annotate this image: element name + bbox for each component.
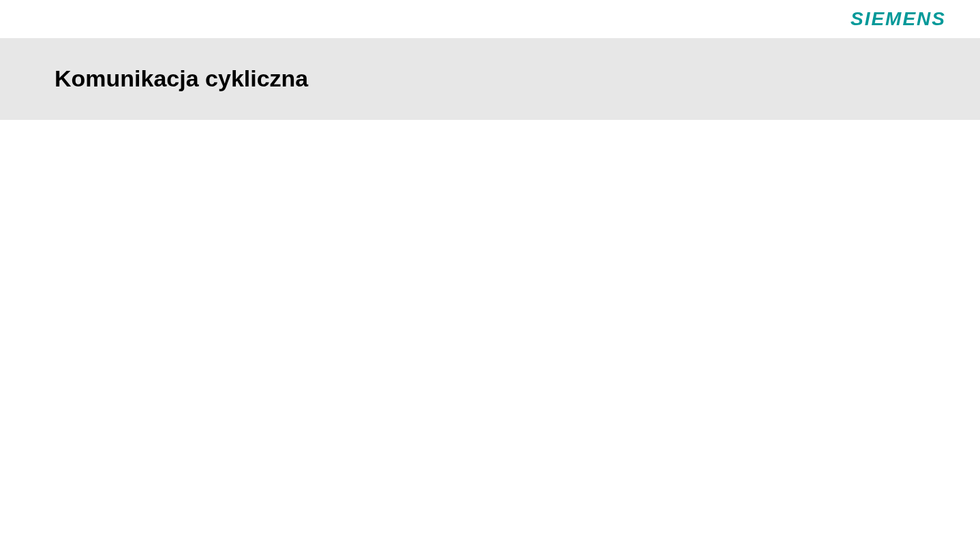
header-bar: Komunikacja cykliczna	[0, 38, 980, 120]
slide-title: Komunikacja cykliczna	[55, 65, 980, 92]
brand-logo: SIEMENS	[851, 8, 946, 30]
